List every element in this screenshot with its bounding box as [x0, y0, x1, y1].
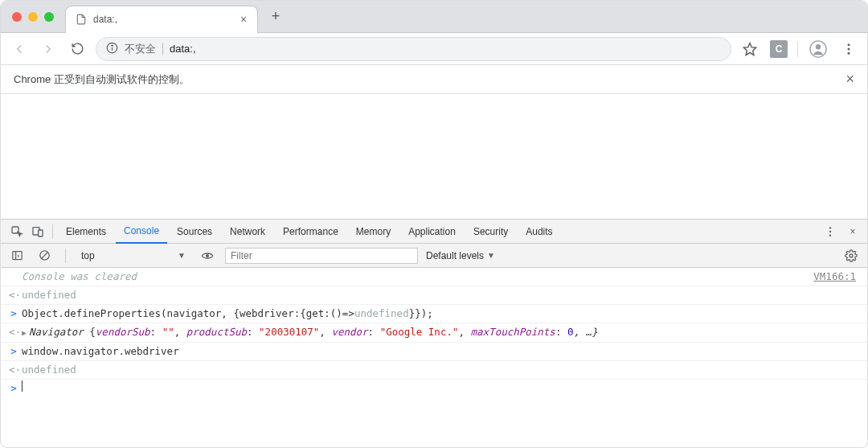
extension-badge[interactable]: C	[770, 40, 788, 58]
address-bar[interactable]: 不安全 data:,	[96, 37, 731, 61]
profile-button[interactable]	[808, 39, 829, 60]
svg-point-19	[206, 254, 209, 257]
console-filter-input[interactable]	[225, 248, 418, 264]
console-result[interactable]: <· undefined	[1, 361, 867, 380]
tab-close-button[interactable]: ×	[238, 14, 249, 25]
url-text: data:,	[170, 43, 196, 55]
cleared-message: Console was cleared	[18, 268, 813, 286]
bookmark-star-button[interactable]	[739, 39, 760, 60]
execution-context-selector[interactable]: top ▼	[77, 248, 190, 264]
tab-application[interactable]: Application	[400, 220, 464, 244]
console-toolbar-separator	[65, 249, 66, 263]
expand-icon[interactable]: ▶	[22, 328, 27, 337]
tab-performance[interactable]: Performance	[275, 220, 346, 244]
svg-rect-11	[39, 230, 43, 236]
svg-point-6	[848, 43, 850, 46]
console-input-line[interactable]: > Object.defineProperties(navigator, {we…	[1, 305, 867, 323]
svg-marker-3	[744, 43, 756, 55]
tab-sources[interactable]: Sources	[169, 220, 220, 244]
console-message[interactable]: Console was cleared VM166:1	[1, 268, 867, 286]
toolbar-separator	[797, 41, 798, 57]
devtools-more-button[interactable]	[821, 222, 840, 241]
window-titlebar: data:, × +	[1, 1, 867, 33]
input-code: Object.defineProperties(navigator, {webd…	[18, 305, 859, 323]
svg-line-18	[41, 253, 47, 259]
svg-point-7	[848, 47, 850, 50]
window-minimize-button[interactable]	[28, 12, 38, 22]
result-text: undefined	[18, 361, 859, 379]
svg-point-12	[829, 227, 831, 228]
browser-toolbar: 不安全 data:, C	[1, 33, 867, 65]
forward-button[interactable]	[38, 39, 59, 60]
chevron-down-icon: ▼	[487, 251, 495, 260]
device-toolbar-button[interactable]	[28, 222, 47, 241]
tab-title: data:,	[93, 14, 231, 25]
devtools-close-button[interactable]: ×	[843, 222, 862, 241]
console-toolbar: top ▼ Default levels ▼	[1, 244, 867, 268]
tab-console[interactable]: Console	[116, 220, 167, 244]
infobar-close-button[interactable]: ×	[845, 71, 854, 88]
file-icon	[76, 14, 87, 25]
window-controls	[1, 12, 65, 22]
tab-security[interactable]: Security	[465, 220, 516, 244]
info-icon[interactable]	[106, 42, 118, 56]
svg-point-13	[829, 230, 831, 232]
console-input-line[interactable]: > window.navigator.webdriver	[1, 343, 867, 361]
omnibox-separator	[162, 43, 163, 55]
page-content	[1, 94, 867, 219]
tab-audits[interactable]: Audits	[518, 220, 560, 244]
result-text: undefined	[18, 286, 859, 304]
chevron-down-icon: ▼	[178, 251, 186, 260]
console-result[interactable]: <· ▶Navigator {vendorSub: "", productSub…	[1, 323, 867, 343]
object-preview: ▶Navigator {vendorSub: "", productSub: "…	[18, 323, 859, 342]
console-result[interactable]: <· undefined	[1, 286, 867, 305]
svg-point-5	[816, 44, 821, 49]
devtools-tabbar: Elements Console Sources Network Perform…	[1, 220, 867, 244]
svg-point-8	[848, 51, 850, 54]
tab-network[interactable]: Network	[222, 220, 273, 244]
context-label: top	[81, 250, 95, 261]
inspect-element-button[interactable]	[7, 222, 27, 241]
devtools-separator	[52, 224, 53, 239]
chrome-menu-button[interactable]	[838, 39, 859, 60]
clear-console-button[interactable]	[35, 246, 54, 265]
tab-memory[interactable]: Memory	[348, 220, 399, 244]
text-cursor	[22, 380, 23, 392]
live-expression-button[interactable]	[198, 246, 217, 265]
toolbar-right: C	[739, 39, 859, 60]
new-tab-button[interactable]: +	[264, 6, 287, 28]
browser-tab[interactable]: data:, ×	[65, 6, 258, 33]
devtools-panel: Elements Console Sources Network Perform…	[1, 219, 867, 397]
tab-elements[interactable]: Elements	[58, 220, 114, 244]
svg-point-20	[850, 254, 853, 257]
input-code: window.navigator.webdriver	[18, 343, 859, 360]
console-prompt[interactable]: >	[1, 380, 867, 397]
console-log: Console was cleared VM166:1 <· undefined…	[1, 268, 867, 397]
message-source-link[interactable]: VM166:1	[813, 268, 859, 286]
window-close-button[interactable]	[12, 12, 22, 22]
automation-infobar: Chrome 正受到自动测试软件的控制。 ×	[1, 65, 867, 94]
svg-point-2	[112, 45, 113, 46]
window-zoom-button[interactable]	[44, 12, 54, 22]
reload-button[interactable]	[67, 39, 88, 60]
security-label: 不安全	[125, 42, 156, 56]
console-sidebar-toggle[interactable]	[7, 246, 27, 265]
infobar-message: Chrome 正受到自动测试软件的控制。	[14, 72, 845, 87]
back-button[interactable]	[9, 39, 30, 60]
console-settings-button[interactable]	[841, 246, 861, 265]
log-levels-selector[interactable]: Default levels ▼	[426, 250, 495, 261]
svg-rect-15	[12, 252, 21, 260]
levels-label: Default levels	[426, 250, 484, 261]
svg-point-14	[829, 234, 831, 236]
